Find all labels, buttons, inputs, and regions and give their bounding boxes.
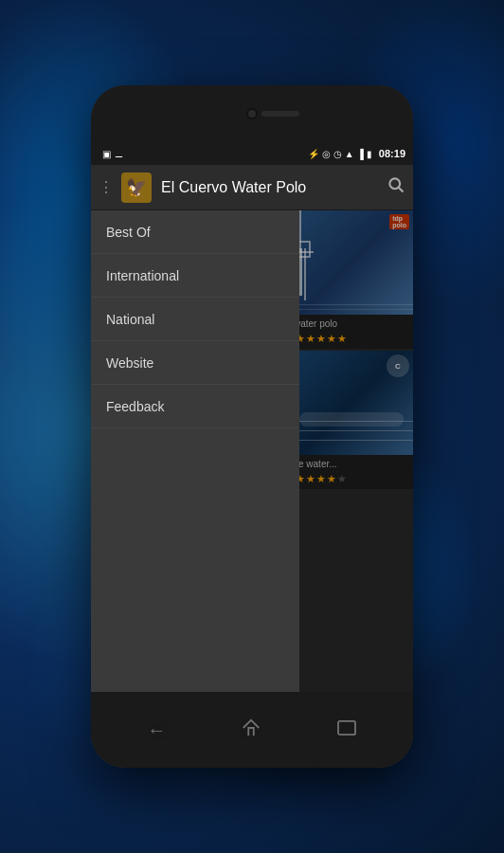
menu-dots[interactable]: ⋮: [99, 178, 114, 196]
battery-icon: ▮: [367, 149, 372, 159]
screen: ▣ ⚊ ⚡ ◎ ◷ ▲ ▐ ▮ 08:19 ⋮ 🦅 El Cuervo Wate…: [91, 142, 413, 692]
svg-line-1: [399, 188, 404, 192]
app-logo: 🦅: [121, 172, 152, 203]
recent-apps-button[interactable]: [336, 719, 357, 741]
wifi-icon: ▲: [345, 149, 354, 159]
status-left-icons: ▣ ⚊: [102, 149, 123, 159]
svg-rect-2: [338, 720, 355, 734]
drawer-item-international[interactable]: International: [91, 254, 299, 298]
app-bar: ⋮ 🦅 El Cuervo Water Polo: [91, 165, 413, 210]
bars-icon: ⚊: [115, 149, 123, 159]
sim-icon: ▣: [102, 149, 111, 159]
bluetooth-icon: ⚡: [308, 149, 319, 159]
speaker: [261, 111, 299, 117]
drawer-item-website[interactable]: Website: [91, 341, 299, 385]
navigation-drawer: Best Of International National Website F…: [91, 210, 299, 692]
status-right-icons: ⚡ ◎ ◷ ▲ ▐ ▮ 08:19: [308, 148, 405, 159]
status-bar: ▣ ⚊ ⚡ ◎ ◷ ▲ ▐ ▮ 08:19: [91, 142, 413, 165]
svg-point-0: [389, 178, 400, 189]
top-bezel: [91, 85, 413, 142]
alarm-icon: ◷: [333, 149, 342, 159]
location-icon: ◎: [322, 149, 331, 159]
app-title: El Cuervo Water Polo: [161, 179, 387, 196]
signal-icon: ▐: [357, 149, 364, 159]
drawer-item-best-of[interactable]: Best Of: [91, 210, 299, 254]
bottom-bezel: ←: [91, 692, 413, 768]
home-button[interactable]: [241, 717, 261, 743]
drawer-item-national[interactable]: National: [91, 298, 299, 341]
front-camera: [248, 110, 256, 118]
drawer-scrim[interactable]: [299, 210, 413, 692]
status-time: 08:19: [379, 148, 405, 159]
drawer-item-feedback[interactable]: Feedback: [91, 385, 299, 428]
back-button[interactable]: ←: [147, 719, 166, 741]
main-content: Best Of International National Website F…: [91, 210, 413, 692]
phone-device: ▣ ⚊ ⚡ ◎ ◷ ▲ ▐ ▮ 08:19 ⋮ 🦅 El Cuervo Wate…: [91, 85, 413, 768]
search-icon[interactable]: [387, 175, 405, 199]
